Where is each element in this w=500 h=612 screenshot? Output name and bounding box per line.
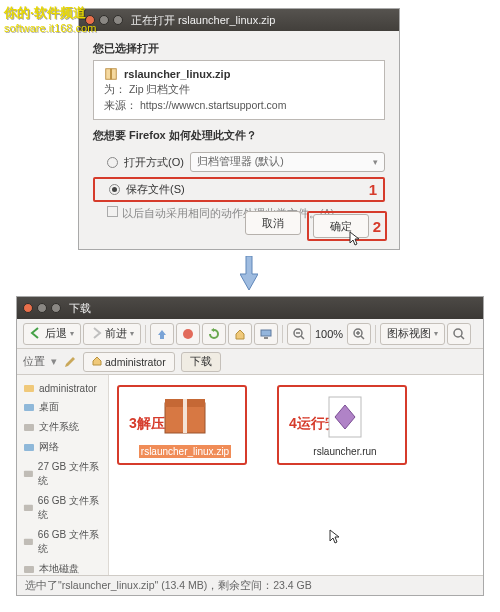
sidebar-item[interactable]: 网络: [17, 437, 108, 457]
svg-rect-19: [24, 505, 33, 511]
status-bar: 选中了"rslauncher_linux.zip" (13.4 MB)，剩余空间…: [17, 575, 483, 595]
sidebar: administrator桌面文件系统网络27 GB 文件系统66 GB 文件系…: [17, 375, 109, 575]
svg-rect-4: [264, 337, 268, 339]
radio-save[interactable]: [109, 184, 120, 195]
reload-button[interactable]: [202, 323, 226, 345]
svg-rect-1: [110, 69, 112, 80]
crumb-downloads[interactable]: 下载: [181, 352, 221, 372]
sidebar-item[interactable]: administrator: [17, 379, 108, 397]
min-icon[interactable]: [99, 15, 109, 25]
sidebar-item[interactable]: 桌面: [17, 397, 108, 417]
svg-line-11: [361, 336, 364, 339]
toolbar: 后退▾ 前进▾ 100% 图标视图 ▾: [17, 319, 483, 349]
up-button[interactable]: [150, 323, 174, 345]
dialog-title: 正在打开 rslauncher_linux.zip: [131, 13, 275, 28]
svg-rect-20: [24, 539, 33, 545]
svg-rect-3: [261, 330, 271, 336]
pencil-icon[interactable]: [63, 355, 77, 369]
fm-titlebar: 下载: [17, 297, 483, 319]
home-button[interactable]: [228, 323, 252, 345]
folder-icon: [23, 468, 34, 480]
sidebar-item[interactable]: 66 GB 文件系统: [17, 491, 108, 525]
callout-1: 1: [369, 181, 377, 198]
file-manager-window: 下载 后退▾ 前进▾ 100%: [16, 296, 484, 596]
svg-rect-17: [24, 444, 34, 451]
save-file-row[interactable]: 保存文件(S) 1: [93, 177, 385, 202]
svg-line-7: [301, 336, 304, 339]
app-combo[interactable]: 归档管理器 (默认) ▾: [190, 152, 385, 172]
zip-icon: [104, 67, 118, 81]
prompt-text: 您想要 Firefox 如何处理此文件？: [93, 128, 385, 143]
back-button[interactable]: 后退▾: [23, 323, 81, 345]
svg-point-2: [183, 329, 193, 339]
location-label: 位置: [23, 355, 45, 369]
zoom-out-button[interactable]: [287, 323, 311, 345]
cursor-icon: [329, 529, 341, 545]
cursor-icon: [349, 231, 361, 247]
svg-point-12: [454, 329, 462, 337]
sidebar-item[interactable]: 文件系统: [17, 417, 108, 437]
svg-rect-18: [24, 471, 33, 477]
fm-title: 下载: [69, 301, 91, 316]
checkbox-auto[interactable]: [107, 206, 118, 217]
search-button[interactable]: [447, 323, 471, 345]
folder-icon: [23, 502, 34, 514]
folder-icon: [23, 441, 35, 453]
callout-2: 2: [373, 218, 381, 235]
opened-label: 您已选择打开: [93, 41, 385, 56]
stop-button[interactable]: [176, 323, 200, 345]
arrow-right-icon: [90, 327, 102, 341]
file-item-zip[interactable]: 3解压文件 rslauncher_linux.zip: [125, 391, 245, 458]
forward-button[interactable]: 前进▾: [83, 323, 141, 345]
computer-button[interactable]: [254, 323, 278, 345]
folder-icon: [23, 382, 35, 394]
cancel-button[interactable]: 取消: [245, 211, 301, 235]
svg-rect-16: [24, 424, 34, 431]
sidebar-item[interactable]: 本地磁盘: [17, 559, 108, 575]
path-bar: 位置 ▾ administrator 下载: [17, 349, 483, 375]
run-file-icon: [319, 391, 371, 441]
zip-file-icon: [159, 391, 211, 441]
radio-open[interactable]: [107, 157, 118, 168]
file-info-box: rslauncher_linux.zip 为： Zip 归档文件 来源： htt…: [93, 60, 385, 120]
zoom-in-button[interactable]: [347, 323, 371, 345]
arrow-left-icon: [30, 327, 42, 341]
open-with-row[interactable]: 打开方式(O) 归档管理器 (默认) ▾: [93, 149, 385, 175]
svg-line-13: [461, 336, 464, 339]
home-icon: [92, 356, 102, 368]
close-icon[interactable]: [23, 303, 33, 313]
min-icon[interactable]: [37, 303, 47, 313]
chevron-down-icon: ▾: [373, 157, 378, 167]
crumb-home[interactable]: administrator: [83, 352, 175, 372]
folder-icon: [23, 536, 34, 548]
view-combo[interactable]: 图标视图 ▾: [380, 323, 445, 345]
flow-arrow-icon: [240, 256, 258, 292]
max-icon[interactable]: [113, 15, 123, 25]
file-pane[interactable]: 3解压文件 rslauncher_linux.zip 4运行安装: [109, 375, 483, 575]
folder-icon: [23, 563, 35, 575]
sidebar-item[interactable]: 66 GB 文件系统: [17, 525, 108, 559]
sidebar-item[interactable]: 27 GB 文件系统: [17, 457, 108, 491]
svg-rect-14: [24, 385, 34, 392]
file-name: rslauncher_linux.zip: [124, 68, 230, 80]
zoom-level: 100%: [313, 328, 345, 340]
max-icon[interactable]: [51, 303, 61, 313]
folder-icon: [23, 401, 35, 413]
download-dialog: 正在打开 rslauncher_linux.zip 您已选择打开 rslaunc…: [78, 8, 400, 250]
svg-rect-30: [183, 399, 187, 433]
callout-ok-frame: 确定 2: [307, 211, 387, 241]
dialog-titlebar: 正在打开 rslauncher_linux.zip: [79, 9, 399, 31]
file-item-run[interactable]: 4运行安装 rslauncher.run: [285, 391, 405, 458]
folder-icon: [23, 421, 35, 433]
svg-rect-21: [24, 566, 34, 573]
svg-rect-15: [24, 404, 34, 411]
watermark: 你的·软件频道 software.it168.com: [4, 4, 96, 34]
